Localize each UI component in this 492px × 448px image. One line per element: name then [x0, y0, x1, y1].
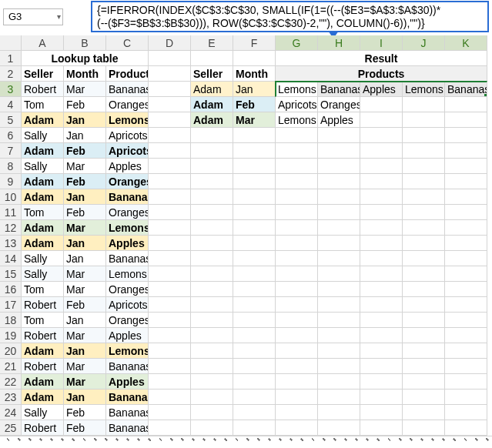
- lookup-month-8[interactable]: Mar: [64, 159, 106, 174]
- col-header-B[interactable]: B: [64, 35, 106, 51]
- result-title[interactable]: Result: [276, 51, 487, 66]
- cell-K16[interactable]: [445, 282, 487, 297]
- cell-K14[interactable]: [445, 251, 487, 266]
- cell-D12[interactable]: [149, 220, 191, 236]
- cell-H7[interactable]: [318, 143, 360, 159]
- cell-D25[interactable]: [149, 420, 191, 436]
- cell-H9[interactable]: [318, 174, 360, 189]
- cell-J22[interactable]: [403, 374, 445, 389]
- result-month-5[interactable]: Mar: [233, 112, 276, 128]
- cell-D15[interactable]: [149, 266, 191, 282]
- lookup-month-6[interactable]: Jan: [64, 128, 106, 143]
- cell-K15[interactable]: [445, 266, 487, 282]
- cell-G16[interactable]: [276, 282, 318, 297]
- result-month-header[interactable]: Month: [233, 66, 276, 82]
- lookup-month-25[interactable]: Feb: [64, 420, 106, 436]
- lookup-month-17[interactable]: Feb: [64, 297, 106, 313]
- cell-F13[interactable]: [233, 236, 276, 251]
- lookup-seller-14[interactable]: Sally: [22, 251, 64, 266]
- cell-E17[interactable]: [191, 297, 233, 313]
- lookup-month-23[interactable]: Jan: [64, 389, 106, 405]
- lookup-seller-19[interactable]: Robert: [22, 328, 64, 343]
- col-header-D[interactable]: D: [149, 35, 191, 51]
- cell-G8[interactable]: [276, 159, 318, 174]
- col-header-E[interactable]: E: [191, 35, 233, 51]
- row-header-23[interactable]: 23: [0, 389, 22, 405]
- lookup-month-13[interactable]: Jan: [64, 236, 106, 251]
- row-header-5[interactable]: 5: [0, 112, 22, 128]
- cell-J25[interactable]: [403, 420, 445, 436]
- row-header-7[interactable]: 7: [0, 143, 22, 159]
- cell-D8[interactable]: [149, 159, 191, 174]
- col-header-A[interactable]: A: [22, 35, 64, 51]
- cell-I15[interactable]: [360, 266, 403, 282]
- result-product-G3[interactable]: Lemons: [276, 82, 318, 97]
- lookup-month-3[interactable]: Mar: [64, 82, 106, 97]
- lookup-product-23[interactable]: Bananas: [106, 389, 149, 405]
- lookup-seller-17[interactable]: Robert: [22, 297, 64, 313]
- cell-K10[interactable]: [445, 189, 487, 205]
- cell-F23[interactable]: [233, 389, 276, 405]
- lookup-product-10[interactable]: Bananas: [106, 189, 149, 205]
- cell-D1[interactable]: [149, 51, 191, 66]
- cell-E7[interactable]: [191, 143, 233, 159]
- cell-H24[interactable]: [318, 405, 360, 420]
- cell-D23[interactable]: [149, 389, 191, 405]
- cell-J11[interactable]: [403, 205, 445, 220]
- result-product-J3[interactable]: Lemons: [403, 82, 445, 97]
- cell-F8[interactable]: [233, 159, 276, 174]
- result-month-3[interactable]: Jan: [233, 82, 276, 97]
- lookup-seller-13[interactable]: Adam: [22, 236, 64, 251]
- lookup-month-19[interactable]: Mar: [64, 328, 106, 343]
- lookup-seller-11[interactable]: Tom: [22, 205, 64, 220]
- cell-G23[interactable]: [276, 389, 318, 405]
- cell-E9[interactable]: [191, 174, 233, 189]
- col-header-H[interactable]: H: [318, 35, 360, 51]
- cell-K9[interactable]: [445, 174, 487, 189]
- select-all-corner[interactable]: [0, 35, 22, 51]
- cell-K8[interactable]: [445, 159, 487, 174]
- col-header-K[interactable]: K: [445, 35, 487, 51]
- result-product-K3[interactable]: Bananas: [445, 82, 487, 97]
- cell-J17[interactable]: [403, 297, 445, 313]
- cell-I7[interactable]: [360, 143, 403, 159]
- lookup-product-8[interactable]: Apples: [106, 159, 149, 174]
- lookup-month-20[interactable]: Jan: [64, 343, 106, 359]
- cell-K17[interactable]: [445, 297, 487, 313]
- lookup-month-14[interactable]: Jan: [64, 251, 106, 266]
- lookup-seller-24[interactable]: Sally: [22, 405, 64, 420]
- lookup-seller-9[interactable]: Adam: [22, 174, 64, 189]
- cell-F16[interactable]: [233, 282, 276, 297]
- cell-E18[interactable]: [191, 313, 233, 328]
- cell-H15[interactable]: [318, 266, 360, 282]
- result-product-J4[interactable]: [403, 97, 445, 112]
- lookup-month-24[interactable]: Feb: [64, 405, 106, 420]
- lookup-product-25[interactable]: Bananas: [106, 420, 149, 436]
- cell-D13[interactable]: [149, 236, 191, 251]
- lookup-month-15[interactable]: Mar: [64, 266, 106, 282]
- lookup-seller-18[interactable]: Tom: [22, 313, 64, 328]
- result-product-J5[interactable]: [403, 112, 445, 128]
- cell-K25[interactable]: [445, 420, 487, 436]
- result-product-I3[interactable]: Apples: [360, 82, 403, 97]
- cell-J14[interactable]: [403, 251, 445, 266]
- cell-J15[interactable]: [403, 266, 445, 282]
- chevron-down-icon[interactable]: ▾: [57, 12, 61, 21]
- lookup-product-6[interactable]: Apricots: [106, 128, 149, 143]
- lookup-month-18[interactable]: Jan: [64, 313, 106, 328]
- cell-D4[interactable]: [149, 97, 191, 112]
- cell-J24[interactable]: [403, 405, 445, 420]
- cell-G25[interactable]: [276, 420, 318, 436]
- row-header-8[interactable]: 8: [0, 159, 22, 174]
- cell-K12[interactable]: [445, 220, 487, 236]
- lookup-product-7[interactable]: Apricots: [106, 143, 149, 159]
- row-header-13[interactable]: 13: [0, 236, 22, 251]
- cell-I25[interactable]: [360, 420, 403, 436]
- lookup-seller-15[interactable]: Sally: [22, 266, 64, 282]
- lookup-product-4[interactable]: Oranges: [106, 97, 149, 112]
- lookup-month-9[interactable]: Feb: [64, 174, 106, 189]
- lookup-product-13[interactable]: Apples: [106, 236, 149, 251]
- lookup-product-17[interactable]: Apricots: [106, 297, 149, 313]
- cell-G24[interactable]: [276, 405, 318, 420]
- cell-J10[interactable]: [403, 189, 445, 205]
